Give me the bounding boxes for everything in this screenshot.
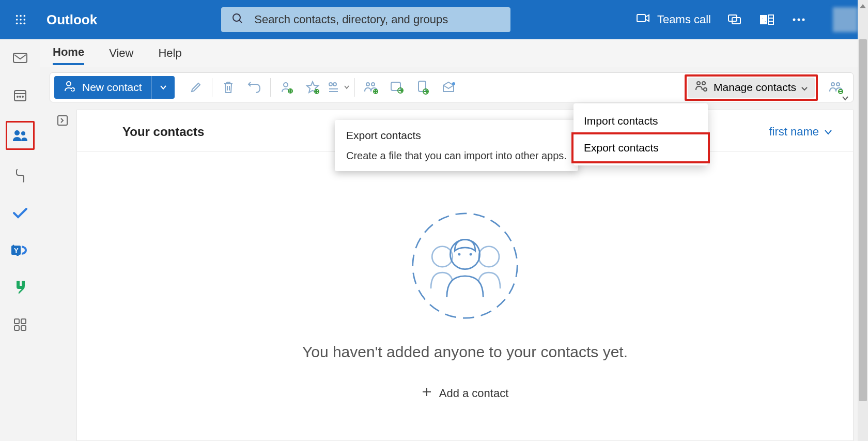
add-group-icon[interactable]: [358, 76, 384, 99]
scrollbar-thumb[interactable]: [859, 39, 867, 401]
plus-icon: [422, 387, 432, 400]
calendar-icon[interactable]: [9, 84, 32, 107]
svg-line-10: [239, 20, 242, 23]
svg-point-66: [831, 83, 834, 86]
app-launcher-icon[interactable]: [10, 9, 31, 30]
svg-point-67: [836, 83, 840, 86]
export-tooltip: Export contacts Create a file that you c…: [335, 120, 578, 171]
todo-icon[interactable]: [9, 202, 32, 224]
svg-point-64: [702, 82, 705, 85]
manage-contacts-highlight: Manage contacts: [685, 74, 818, 101]
add-favorite-icon[interactable]: [300, 76, 326, 99]
content-title: Your contacts: [122, 125, 204, 139]
manage-contacts-label: Manage contacts: [714, 81, 796, 94]
share-icon[interactable]: [384, 76, 410, 99]
mail-action-icon[interactable]: [436, 76, 461, 99]
svg-point-28: [14, 130, 20, 135]
empty-illustration-icon: [408, 209, 522, 323]
files-icon[interactable]: [9, 164, 32, 187]
send-to-icon[interactable]: [410, 76, 436, 99]
svg-point-72: [450, 239, 479, 269]
empty-text: You haven't added anyone to your contact…: [302, 343, 628, 361]
tooltip-desc: Create a file that you can import into o…: [346, 150, 567, 162]
svg-point-21: [802, 19, 805, 21]
header-right: Teams call N: [637, 7, 858, 32]
undo-icon[interactable]: [241, 76, 267, 99]
svg-point-19: [793, 19, 796, 21]
svg-rect-16: [768, 15, 773, 24]
person-add-icon: [64, 80, 76, 95]
svg-point-50: [333, 83, 336, 86]
people-icon[interactable]: [6, 121, 35, 150]
onenote-icon[interactable]: N: [758, 11, 775, 28]
chat-icon[interactable]: [726, 11, 743, 28]
teams-call-label: Teams call: [657, 13, 711, 26]
avatar[interactable]: [833, 7, 858, 32]
svg-point-62: [452, 82, 455, 85]
edit-icon[interactable]: [183, 76, 209, 99]
svg-point-6: [16, 23, 18, 25]
yammer-icon[interactable]: Y: [9, 239, 32, 262]
new-contact-dropdown[interactable]: [152, 76, 175, 99]
svg-point-0: [16, 15, 18, 17]
bookings-icon[interactable]: [9, 276, 32, 299]
svg-text:N: N: [762, 16, 766, 24]
toolbar: New contact Manage contacts: [50, 72, 854, 102]
search-input[interactable]: [254, 13, 500, 26]
import-contacts-item[interactable]: Import contacts: [574, 108, 708, 134]
svg-point-20: [798, 19, 800, 21]
tab-home[interactable]: Home: [53, 41, 84, 65]
chevron-down-icon: [801, 81, 808, 94]
empty-state: You haven't added anyone to your contact…: [77, 152, 853, 400]
sort-by-label: first name: [769, 125, 819, 139]
svg-point-49: [329, 83, 332, 86]
manage-contacts-button[interactable]: Manage contacts: [688, 78, 815, 98]
add-to-list-icon[interactable]: [326, 76, 351, 99]
teams-call-button[interactable]: Teams call: [637, 13, 711, 26]
separator: [354, 78, 355, 97]
svg-rect-22: [13, 53, 27, 63]
add-contact-link[interactable]: Add a contact: [422, 387, 509, 400]
new-contact-main[interactable]: New contact: [54, 76, 152, 99]
manage-contacts-dropdown: Import contacts Export contacts: [574, 103, 708, 165]
svg-rect-60: [419, 81, 426, 92]
svg-point-8: [24, 23, 26, 25]
more-icon[interactable]: [791, 11, 807, 28]
svg-rect-58: [391, 82, 400, 90]
svg-point-74: [478, 247, 499, 267]
svg-point-42: [284, 83, 288, 87]
delete-icon[interactable]: [215, 76, 241, 99]
tooltip-title: Export contacts: [346, 129, 567, 142]
svg-point-1: [20, 15, 22, 17]
scroll-up-icon[interactable]: [859, 2, 867, 10]
svg-rect-11: [637, 14, 645, 22]
chevron-down-icon: [824, 125, 832, 139]
separator: [212, 78, 212, 97]
add-to-contacts-icon[interactable]: [274, 76, 300, 99]
collapse-pane-icon[interactable]: [55, 113, 70, 128]
svg-point-7: [20, 23, 22, 25]
separator: [270, 78, 271, 97]
svg-point-26: [20, 96, 21, 97]
manage-contacts-icon: [695, 81, 708, 95]
new-contact-label: New contact: [82, 81, 142, 94]
svg-point-2: [24, 15, 26, 17]
add-contact-label: Add a contact: [439, 387, 509, 400]
expand-ribbon-icon[interactable]: [842, 94, 849, 103]
tab-view[interactable]: View: [109, 42, 133, 64]
svg-rect-35: [21, 326, 26, 330]
header-bar: Outlook Teams call N: [0, 0, 868, 39]
svg-rect-33: [21, 319, 26, 324]
video-icon: [637, 13, 650, 26]
search-icon: [231, 12, 244, 27]
search-box[interactable]: [221, 7, 510, 32]
svg-rect-32: [14, 319, 19, 324]
more-apps-icon[interactable]: [9, 313, 32, 336]
sort-by-button[interactable]: first name: [769, 125, 832, 139]
mail-icon[interactable]: [9, 47, 32, 69]
svg-point-63: [697, 82, 700, 85]
tab-help[interactable]: Help: [158, 42, 181, 64]
svg-point-5: [24, 19, 26, 21]
export-contacts-item[interactable]: Export contacts: [571, 132, 710, 163]
svg-point-4: [20, 19, 22, 21]
